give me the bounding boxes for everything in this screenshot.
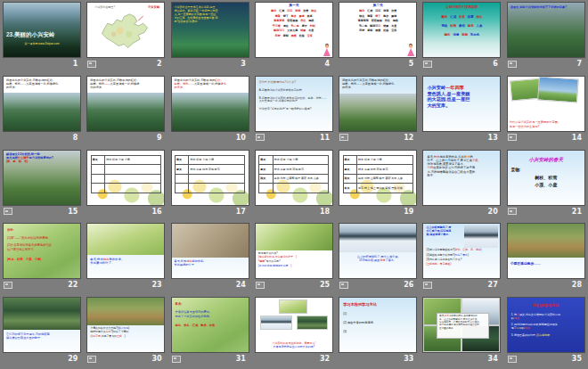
slide-number: 26 (404, 281, 413, 289)
word-item: 浸在 (283, 24, 289, 28)
animation-indicator-icon[interactable] (339, 134, 348, 141)
slide-text-line: (2) 体会作者的思想感情。 (343, 321, 412, 324)
slide-cell: 小兴安岭的春天生机勃勃、美丽诱人!作者是怎样把这些景物写具体的呢?32 (252, 295, 336, 369)
slide-thumbnail[interactable]: 为什么说小兴安岭是一座美丽的大花园,也是一座巨大的宝库呢? (507, 76, 585, 132)
animation-indicator-icon[interactable] (423, 282, 432, 289)
table-scenery-cell: 雪花 树上 地上 西北风 紫貂 黑熊 松鼠 (357, 184, 413, 193)
slide-thumbnail[interactable]: 春天,树木抽出新的枝条,长出嫩绿的叶子。 (86, 223, 165, 279)
animation-indicator-icon[interactable] (423, 61, 432, 68)
slide-text-line: 的大花园,也是一座巨 (427, 96, 496, 102)
slide-thumbnail[interactable]: 小鹿真的会欣赏自己吗?(拟人写法)这样写有什么好处?(写出了小鹿的活泼可爱,表现… (86, 297, 165, 353)
slide-cell: 为什么说小兴安岭是一座美丽的大花园,也是一座巨大的宝库呢?14 (504, 74, 588, 148)
animation-indicator-icon[interactable] (508, 208, 517, 215)
slide-number: 18 (320, 208, 330, 216)
slide-text-block: 为什么说小兴安岭是一座美丽的大花园,也是一座巨大的宝库呢? (510, 120, 583, 127)
animation-indicator-icon[interactable] (339, 282, 348, 289)
slide-thumbnail[interactable]: 读课文,说说小兴安岭给你留下了怎样的印象? (507, 2, 585, 58)
slide-photo (464, 226, 499, 247)
slide-thumbnail[interactable]: 第一关融化汇成淙淙涨满欣赏映在侧着俯下散步嫩绿枝条葱葱茏茏密密层层挡住视线千万缕… (255, 2, 333, 58)
slide-thumbnail[interactable]: 小鹿在溪边散步…… (507, 223, 585, 279)
slide-text-block: 春天,树木抽出新的枝条,长出嫩绿的叶子。山上的积雪融化了,雪水汇成小溪,淙淙地流… (437, 314, 488, 331)
slide-thumbnail[interactable]: 读句子,作比较:哪句好?为什么?A.我国东北的小兴安岭有数不清的树。B.我国东北… (255, 76, 333, 132)
word-item: 淙淙 (375, 9, 380, 12)
table-season-cell (259, 184, 273, 193)
slide-thumbnail[interactable]: 春天,树木抽出新的枝条,长出嫩绿的叶子。 (171, 223, 249, 279)
word-item: 视线 (441, 24, 447, 28)
table-scenery-cell (189, 174, 245, 184)
animation-indicator-icon[interactable] (256, 134, 265, 141)
word-item: 药材 (275, 34, 281, 37)
slide-thumbnail[interactable]: 树木有什么特点?(抽出新的枝条,长出嫩绿的叶子。)“抽出”是什么意思?(不知不觉… (255, 223, 333, 279)
word-item: 淙淙 (287, 9, 292, 12)
slide-number: 15 (68, 208, 78, 216)
animation-indicator-icon[interactable] (508, 61, 517, 68)
slide-thumbnail[interactable]: 山上的积雪融化了,雪水汇成小溪,淙淙地流着,溪里涨满了春水。 (339, 223, 417, 279)
thumbnail-footer: 26 (339, 279, 417, 291)
slide-thumbnail[interactable]: 第二关融化汇成淙淙涨满欣赏映在侧着俯下散步嫩绿葱葱茏茏密密层层挡住视线乳白色酸甜… (339, 2, 417, 58)
slide-text-line: B.我国东北的小兴安岭,有数不清的红松、白桦、栎树……几百里连成一片,就像绿色的… (259, 97, 329, 104)
animation-indicator-icon[interactable] (256, 282, 265, 289)
slide-thumbnail[interactable]: 山上的积雪融化了,雪水汇成小溪,淙淙地流着,溪里涨满了春水。(1)这句话中有哪些… (422, 223, 501, 279)
word-item: 乳白色 (359, 24, 367, 28)
season-scenery-table: 春天树木 积雪 小溪 小鹿 (91, 155, 161, 193)
slide-thumbnail[interactable]: 小兴安岭一年四季景色诱人,是一座美丽的大花园,也是一座巨大的宝库。 (422, 76, 501, 132)
animation-indicator-icon[interactable] (508, 134, 517, 141)
slide-cell: 树木有什么特点?(抽出新的枝条,长出嫩绿的叶子。)“抽出”是什么意思?(不知不觉… (252, 221, 336, 295)
table-scenery-cell (105, 184, 161, 193)
slide-text-line: 有“红松故乡”的美称。 (175, 20, 246, 24)
slide-thumbnail[interactable]: 春天,树木抽出新的枝条,长出嫩绿的叶子。山上的积雪融化了,雪水汇成小溪,淙淙地流… (422, 297, 501, 353)
slide-thumbnail[interactable]: 小兴安岭在哪里?小兴安岭 (86, 2, 165, 58)
slide-text-block: 默读课文2-5自然段,想一想:课文是按什么顺序写小兴安岭景色的?(春、夏、秋、冬… (4, 151, 80, 165)
slide-thumbnail[interactable]: 学习本段的学习方法(1)(2) 体会作者的思想感情。(3) (339, 297, 417, 353)
slide-thumbnail[interactable]: 它们有的俯下身子喝水,有的侧着脑袋欣赏自己映在水里的影子。 (3, 297, 81, 353)
animation-indicator-icon[interactable] (508, 356, 517, 363)
slide-thumbnail[interactable]: 我国东北的小兴安岭,有数不清的红松、白桦、栎树……几百里连成一片,就像绿色的海洋… (171, 76, 249, 132)
animation-indicator-icon[interactable] (4, 208, 12, 215)
slide-thumbnail[interactable]: 春天:作者抓住春天里特有的景物,写出了小兴安岭的生机勃勃。抽出、长出、汇成、散步… (171, 297, 249, 353)
slide-thumbnail[interactable]: 小兴安岭的春天景物:树枝、积雪小溪、小鹿 (507, 150, 585, 206)
slide-number: 23 (151, 281, 161, 289)
slide-text-segment: 融化、汇成、流、涨满 (455, 248, 481, 251)
slide-thumbnail[interactable]: 我国东北的小兴安岭,有数不清的红松、白桦、栎树……几百里连成一片,就像绿色的海洋… (3, 76, 81, 132)
slide-thumbnail[interactable]: 我们的学习方法1. 先读课文,找出文中描写的小兴安岭景物的特点。2. 再找找用得… (507, 297, 585, 353)
slide-number: 12 (404, 134, 413, 142)
table-scenery-cell: 白桦 栎树 山葡萄 榛子 蘑菇 木耳 人参 (273, 174, 329, 184)
thumbnail-footer: 33 (339, 353, 417, 365)
animation-indicator-icon[interactable] (4, 282, 12, 289)
table-season-cell: 春天 (343, 155, 356, 165)
table-season-cell: 春天 (176, 155, 189, 165)
slide-thumbnail[interactable]: 让我们和它们交朋友吧嫩绿汇成欣赏浓雾挡住视线松脂蘑菇葱茏人参融化涨满紫貂乳白色 (422, 2, 501, 58)
slide-cell: 小兴安岭一年四季景色诱人,是一座美丽的大花园,也是一座巨大的宝库。13 (420, 74, 503, 148)
word-row: 融化汇成淙淙涨满欣赏映在 (256, 9, 332, 12)
slide-number: 32 (320, 355, 330, 363)
word-item: 密密层层 (287, 19, 298, 22)
slide-cell: 23.美丽的小兴安岭第一课件网 www.1kejian.com1 (0, 0, 84, 74)
slide-thumbnail[interactable]: 我国东北的小兴安岭,有数不清的红松、白桦、栎树——几百里连成一片,就像绿色的海洋… (86, 76, 165, 132)
slide-text-segment: 淙淙地流着,溪里 (359, 258, 380, 262)
slide-thumbnail[interactable]: 我国东北的小兴安岭,有数不清的红松、白桦、栎树……几百里连成一片,就像绿色的海洋… (339, 76, 417, 132)
table-row: 夏天树木 浓雾 阳光 草地 野花 (343, 165, 412, 175)
table-row: 夏天树木 浓雾 阳光 草地 野花 (259, 165, 329, 175)
slide-thumbnail[interactable]: 23.美丽的小兴安岭第一课件网 www.1kejian.com (3, 2, 81, 58)
slide-thumbnail[interactable]: 春天树木 积雪 小溪 小鹿夏天树木 浓雾 阳光 草地 野花秋天白桦 栎树 山葡萄… (255, 150, 333, 206)
slide-text-line: 读句子,作比较:哪句好?为什么? (259, 81, 329, 85)
slide-thumbnail[interactable]: 默读课文2-5自然段,想一想:课文是按什么顺序写小兴安岭景色的?(春、夏、秋、冬… (3, 150, 81, 206)
animation-indicator-icon[interactable] (172, 356, 181, 363)
table-season-cell: 春天 (91, 155, 104, 165)
slide-thumbnail[interactable]: 春天树木 积雪 小溪 小鹿夏天树木 浓雾 阳光 草地 野花秋天白桦 栎树 山葡萄… (339, 150, 417, 206)
slide-thumbnail[interactable]: 春天树木 积雪 小溪 小鹿 (86, 150, 165, 206)
slide-text-line: 的海洋。 (342, 86, 413, 89)
slide-thumbnail[interactable]: 春天树木 积雪 小溪 小鹿夏天树木 浓雾 阳光 草地 野花 (171, 150, 249, 206)
table-season-cell (91, 174, 104, 184)
slide-cell: 山上的积雪融化了,雪水汇成小溪,淙淙地流着,溪里涨满了春水。26 (336, 221, 420, 295)
slide-thumbnail[interactable]: 小兴安岭位于黑龙江省中北部,这里群山起伏、森林茂密,一年四季景色宜人,是一座美丽… (171, 2, 249, 58)
thumbnail-footer: 15 (3, 206, 81, 217)
slide-thumbnail[interactable]: 自学:(1)用“——”画出本段描写的景物。(2)作者是怎样写春天的景色的?(抓住… (3, 223, 81, 279)
slide-thumbnail[interactable]: 春天,树木抽出新的枝条,长出嫩绿的叶子。山上的积雪融化了,雪水汇成小溪,淙淙地流… (422, 150, 501, 206)
slide-text-block: 让我们和它们交朋友吧 (423, 5, 500, 10)
animation-indicator-icon[interactable] (87, 356, 96, 363)
word-item: 松脂 (450, 24, 456, 28)
slide-text-line: 袋欣赏自己映在水里的影子。 (6, 336, 78, 340)
animation-indicator-icon[interactable] (87, 61, 96, 68)
slide-thumbnail[interactable]: 小兴安岭的春天生机勃勃、美丽诱人!作者是怎样把这些景物写具体的呢? (255, 297, 333, 353)
